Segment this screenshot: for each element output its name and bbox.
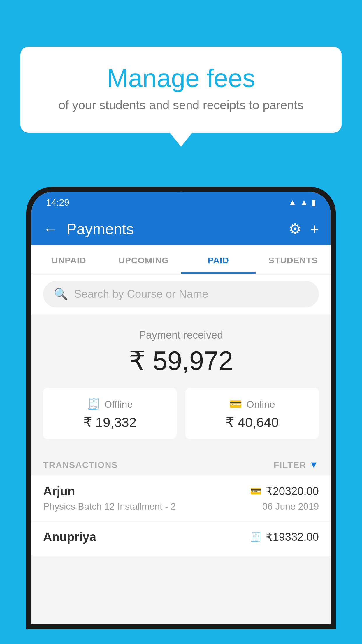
phone-inner: 14:29 ▲ ▲ ▮ ← Payments ⚙ +: [31, 192, 331, 624]
add-button[interactable]: +: [310, 220, 319, 237]
payment-type-icon: 🧾: [250, 531, 262, 542]
offline-amount: ₹ 19,332: [52, 414, 168, 430]
online-payment-card: 💳 Online ₹ 40,640: [185, 388, 319, 439]
signal-icon: ▲: [300, 198, 308, 207]
transaction-name: Arjun: [43, 484, 75, 498]
offline-payment-card: 🧾 Offline ₹ 19,332: [43, 388, 177, 439]
status-icons: ▲ ▲ ▮: [289, 198, 316, 207]
transaction-date: 06 June 2019: [262, 501, 319, 512]
payment-type-icon: 💳: [250, 486, 262, 497]
transaction-amount: ₹19332.00: [266, 531, 319, 543]
transaction-amount: ₹20320.00: [266, 485, 319, 498]
payment-received-label: Payment received: [43, 329, 319, 341]
settings-button[interactable]: ⚙: [289, 220, 302, 237]
tab-unpaid[interactable]: UNPAID: [31, 245, 106, 274]
transaction-row[interactable]: Anupriya 🧾 ₹19332.00: [31, 521, 331, 556]
bubble-title: Manage fees: [35, 64, 327, 92]
transaction-name: Anupriya: [43, 530, 96, 544]
content-area: 🔍 Search by Course or Name Payment recei…: [31, 274, 331, 624]
phone-outer: 14:29 ▲ ▲ ▮ ← Payments ⚙ +: [26, 187, 336, 629]
search-placeholder: Search by Course or Name: [74, 288, 208, 300]
phone-container: 14:29 ▲ ▲ ▮ ← Payments ⚙ +: [26, 187, 336, 644]
transaction-amount-container: 💳 ₹20320.00: [250, 485, 319, 498]
back-button[interactable]: ←: [43, 222, 58, 236]
search-icon: 🔍: [54, 287, 68, 301]
transactions-header: TRANSACTIONS FILTER ▼: [31, 451, 331, 475]
offline-card-header: 🧾 Offline: [52, 398, 168, 410]
offline-label: Offline: [104, 399, 133, 410]
transactions-label: TRANSACTIONS: [43, 460, 118, 470]
search-input[interactable]: 🔍 Search by Course or Name: [43, 281, 319, 307]
payment-cards: 🧾 Offline ₹ 19,332 💳 Online ₹ 40,640: [43, 388, 319, 439]
tab-students[interactable]: STUDENTS: [256, 245, 331, 274]
battery-icon: ▮: [312, 198, 316, 207]
app-bar: ← Payments ⚙ +: [31, 213, 331, 245]
status-bar: 14:29 ▲ ▲ ▮: [31, 192, 331, 213]
bubble-subtitle: of your students and send receipts to pa…: [35, 98, 327, 112]
speech-bubble: Manage fees of your students and send re…: [20, 47, 342, 133]
transaction-amount-container: 🧾 ₹19332.00: [250, 531, 319, 543]
tabs-bar: UNPAID UPCOMING PAID STUDENTS: [31, 245, 331, 274]
transaction-row[interactable]: Arjun 💳 ₹20320.00 Physics Batch 12 Insta…: [31, 475, 331, 521]
transaction-top: Arjun 💳 ₹20320.00: [43, 484, 319, 498]
filter-label: FILTER: [274, 460, 306, 470]
payment-summary: Payment received ₹ 59,972 🧾 Offline ₹ 19…: [31, 314, 331, 451]
filter-button[interactable]: FILTER ▼: [274, 459, 319, 470]
online-card-header: 💳 Online: [194, 398, 310, 410]
online-label: Online: [246, 399, 275, 410]
online-amount: ₹ 40,640: [194, 414, 310, 430]
offline-icon: 🧾: [87, 398, 100, 410]
app-bar-actions: ⚙ +: [289, 220, 319, 237]
filter-icon: ▼: [309, 459, 319, 470]
transaction-bottom: Physics Batch 12 Installment - 2 06 June…: [43, 501, 319, 512]
search-bar-container: 🔍 Search by Course or Name: [31, 274, 331, 314]
tab-paid[interactable]: PAID: [181, 245, 256, 274]
payment-total-amount: ₹ 59,972: [43, 345, 319, 376]
transaction-course: Physics Batch 12 Installment - 2: [43, 501, 176, 512]
transaction-top: Anupriya 🧾 ₹19332.00: [43, 530, 319, 544]
app-bar-left: ← Payments: [43, 220, 134, 238]
app-bar-title: Payments: [66, 220, 134, 238]
tab-upcoming[interactable]: UPCOMING: [106, 245, 181, 274]
online-icon: 💳: [229, 398, 242, 410]
wifi-icon: ▲: [289, 198, 297, 207]
status-time: 14:29: [46, 197, 69, 208]
